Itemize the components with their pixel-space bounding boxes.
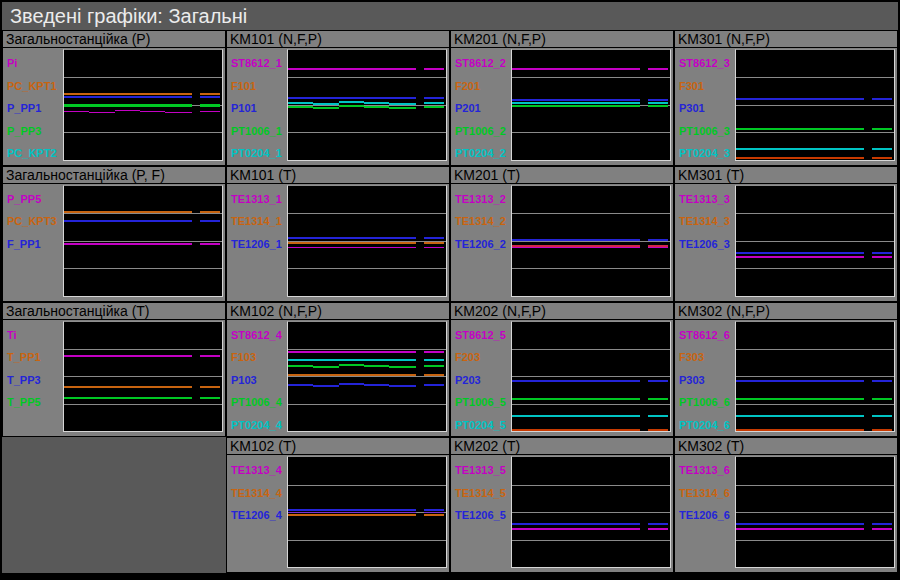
panel-km101-t[interactable]: KM101 (T)TE1313_1TE1314_1TE1206_1 — [226, 166, 450, 302]
panel-km301-nfp[interactable]: KM301 (N,F,P)ST8612_3F301P301PT1006_3PT0… — [674, 30, 898, 166]
trend-line-b — [736, 98, 864, 100]
chart-gridline — [512, 540, 670, 541]
trend-line-b — [288, 509, 416, 511]
trend-line-c — [313, 103, 338, 105]
trend-line-o — [424, 514, 444, 516]
signal-label: TE1206_4 — [231, 509, 282, 521]
trend-line-r — [648, 245, 668, 247]
trend-line-g — [288, 106, 313, 108]
trend-chart[interactable] — [511, 185, 671, 297]
empty-cell — [2, 437, 226, 573]
signal-label: ST8612_6 — [679, 329, 730, 341]
chart-gridline — [64, 349, 222, 350]
trend-line-g — [389, 107, 416, 109]
trend-chart[interactable] — [511, 456, 671, 568]
trend-line-o — [200, 93, 220, 95]
chart-gridline — [64, 404, 222, 405]
trend-line-b — [512, 523, 640, 525]
signal-label: P_PP1 — [7, 102, 41, 114]
panel-km102-nfp[interactable]: KM102 (N,F,P)ST8612_4F103P103PT1006_4PT0… — [226, 302, 450, 438]
trend-chart[interactable] — [735, 185, 895, 297]
trend-line-b — [736, 523, 864, 525]
signal-label: TE1206_1 — [231, 238, 282, 250]
panel-km201-nfp[interactable]: KM201 (N,F,P)ST8612_2F201P201PT1006_2PT0… — [450, 30, 674, 166]
panel-station-p[interactable]: Загальностанційка (P)PiPC_KPT1P_PP1P_PP3… — [2, 30, 226, 166]
chart-gridline — [512, 376, 670, 377]
trend-chart[interactable] — [287, 49, 447, 161]
panel-station-t[interactable]: Загальностанційка (T)TiT_PP1T_PP3T_PP5 — [2, 302, 226, 438]
panel-km302-t[interactable]: KM302 (T)TE1313_6TE1314_6TE1206_6 — [674, 437, 898, 573]
chart-gridline — [64, 241, 222, 242]
chart-gridline — [64, 132, 222, 133]
trend-line-m — [288, 247, 416, 248]
trend-line-b — [872, 252, 892, 254]
trend-line-ro — [736, 429, 864, 431]
trend-chart[interactable] — [63, 185, 223, 297]
trend-line-c — [339, 101, 364, 103]
signal-label: TE1313_5 — [455, 464, 506, 476]
panel-km202-t[interactable]: KM202 (T)TE1313_5TE1314_5TE1206_5 — [450, 437, 674, 573]
trend-chart[interactable] — [735, 456, 895, 568]
signal-label: P303 — [679, 374, 705, 386]
trend-chart[interactable] — [287, 456, 447, 568]
trend-line-o — [64, 93, 192, 95]
signal-label: PT1006_2 — [455, 125, 506, 137]
window-title: Зведені графіки: Загальні — [10, 5, 247, 28]
trend-chart[interactable] — [511, 321, 671, 433]
trend-line-o — [64, 386, 192, 388]
trend-line-c — [424, 359, 444, 361]
signal-label: F_PP1 — [7, 238, 41, 250]
trend-line-m — [288, 351, 416, 353]
panel-km202-nfp[interactable]: KM202 (N,F,P)ST8612_5F203P203PT1006_5PT0… — [450, 302, 674, 438]
panel-km302-nfp[interactable]: KM302 (N,F,P)ST8612_6F303P303PT1006_6PT0… — [674, 302, 898, 438]
trend-line-b — [736, 252, 864, 254]
trend-line-g — [339, 364, 364, 366]
chart-gridline — [288, 349, 446, 350]
chart-gridline — [64, 376, 222, 377]
trend-chart[interactable] — [735, 49, 895, 161]
chart-gridline — [64, 268, 222, 269]
trend-line-b — [288, 97, 416, 99]
trend-line-g — [200, 104, 220, 107]
panel-station-pf[interactable]: Загальностанційка (P, F)P_PP5PC_KPT3F_PP… — [2, 166, 226, 302]
panel-km301-t[interactable]: KM301 (T)TE1313_3TE1314_3TE1206_3 — [674, 166, 898, 302]
trend-chart[interactable] — [287, 185, 447, 297]
trend-line-o — [424, 374, 444, 376]
signal-label: F101 — [231, 80, 256, 92]
bottom-strip — [2, 573, 898, 578]
chart-gridline — [736, 512, 894, 513]
trend-chart[interactable] — [511, 49, 671, 161]
trend-chart[interactable] — [735, 321, 895, 433]
trend-line-g — [512, 398, 640, 400]
trend-line-b — [512, 99, 640, 101]
panel-km101-nfp[interactable]: KM101 (N,F,P)ST8612_1F101P101PT1006_1PT0… — [226, 30, 450, 166]
panel-km201-t[interactable]: KM201 (T)TE1313_2TE1314_2TE1206_2 — [450, 166, 674, 302]
trend-line-m — [424, 68, 444, 70]
chart-gridline — [512, 77, 670, 78]
signal-label: PT1006_6 — [679, 396, 730, 408]
signal-label: P101 — [231, 102, 257, 114]
trend-line-c — [512, 102, 640, 104]
trend-chart[interactable] — [287, 321, 447, 433]
signal-label: PT1006_5 — [455, 396, 506, 408]
signal-label: P203 — [455, 374, 481, 386]
panel-title: KM202 (N,F,P) — [451, 303, 673, 320]
trend-line-b — [648, 99, 668, 101]
chart-gridline — [736, 485, 894, 486]
trend-chart[interactable] — [63, 49, 223, 161]
panel-body: PiPC_KPT1P_PP1P_PP3PC_KPT2 — [3, 48, 225, 165]
trend-line-v — [424, 512, 444, 513]
trend-line-c — [872, 148, 892, 150]
trend-line-m — [872, 256, 892, 258]
panel-km102-t[interactable]: KM102 (T)TE1313_4TE1314_4TE1206_4 — [226, 437, 450, 573]
trend-line-b — [648, 523, 668, 525]
trend-chart[interactable] — [63, 321, 223, 433]
panel-title: KM202 (T) — [451, 438, 673, 455]
trend-line-c — [872, 415, 892, 417]
panel-title: KM302 (N,F,P) — [675, 303, 897, 320]
trend-line-c — [364, 102, 389, 104]
trend-line-v — [288, 512, 416, 513]
trend-line-g — [313, 366, 338, 368]
panel-title: Загальностанційка (P) — [3, 31, 225, 48]
signal-label: PC_KPT1 — [7, 80, 57, 92]
